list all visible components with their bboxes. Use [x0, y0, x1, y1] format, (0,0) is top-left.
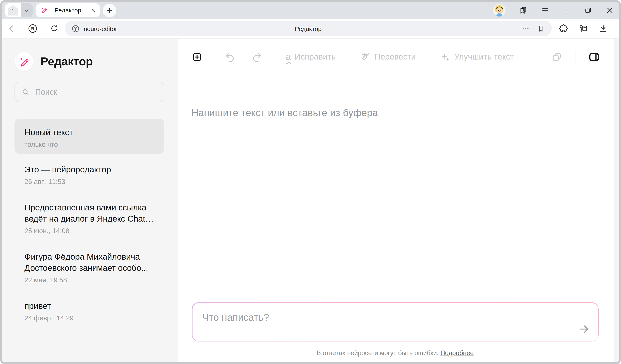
sidebar: Редактор Новый текст только что Это — не… — [2, 39, 178, 362]
window-controls — [493, 4, 614, 16]
restore-icon[interactable] — [584, 6, 592, 15]
spellcheck-icon: а — [286, 52, 291, 62]
document-title: Это — нейроредактор — [24, 164, 155, 175]
send-button[interactable] — [576, 321, 591, 337]
address-bar: Я neuro-editor Редактор — [2, 19, 619, 39]
bookmarks-panel-icon[interactable] — [519, 6, 528, 15]
new-tab-button[interactable] — [103, 3, 116, 17]
fix-text-button[interactable]: а Исправить — [286, 52, 336, 62]
svg-text:Я: Я — [31, 26, 34, 31]
minimize-icon[interactable] — [563, 6, 571, 15]
passwords-key-icon[interactable] — [578, 24, 588, 33]
translate-icon — [360, 51, 371, 63]
editor-placeholder[interactable]: Напишите текст или вставьте из буфера — [191, 107, 378, 119]
reload-icon[interactable] — [50, 24, 59, 33]
side-panel-icon — [588, 51, 600, 63]
tab-close-icon[interactable] — [90, 7, 96, 13]
document-time: 26 авг., 11:53 — [24, 177, 155, 186]
chevron-down-icon — [24, 7, 30, 14]
disclaimer-text: В ответах нейросети могут быть ошибки. — [317, 349, 439, 356]
translate-label: Перевести — [375, 52, 416, 62]
document-time: 22 мая, 19:58 — [24, 276, 155, 285]
document-list-item[interactable]: Это — нейроредактор 26 авг., 11:53 — [15, 164, 164, 186]
prompt-box — [192, 302, 599, 341]
document-list-item[interactable]: Новый текст только что — [15, 119, 164, 154]
tab-count-badge: 1 — [5, 3, 21, 17]
scrollbar-track[interactable] — [614, 39, 619, 362]
avatar[interactable] — [493, 4, 505, 16]
document-time: только что — [24, 140, 155, 149]
browser-window: 1 Редактор — [0, 0, 621, 364]
copy-button[interactable] — [551, 51, 563, 63]
window-close-icon[interactable] — [606, 6, 614, 15]
download-icon[interactable] — [598, 24, 608, 33]
menu-icon[interactable] — [541, 6, 549, 15]
copy-icon — [551, 51, 563, 63]
document-title: Новый текст — [24, 127, 155, 138]
translate-button[interactable]: Перевести — [360, 51, 416, 63]
fix-text-label: Исправить — [295, 52, 336, 62]
sparkles-icon — [440, 51, 450, 62]
search-input[interactable] — [34, 87, 157, 97]
back-icon[interactable] — [7, 24, 16, 33]
plus-icon — [106, 7, 113, 14]
tab-editor[interactable]: Редактор — [36, 3, 100, 17]
app-title: Редактор — [41, 55, 93, 68]
side-panel-toggle[interactable] — [588, 51, 600, 63]
document-title: Предоставленная вами ссылка ведёт на диа… — [24, 202, 155, 224]
document-list-item[interactable]: Предоставленная вами ссылка ведёт на диа… — [15, 202, 164, 235]
toolbar-divider — [575, 51, 575, 63]
document-title: Фигура Фёдора Михайловича Достоевского з… — [24, 251, 155, 273]
improve-text-label: Улучшить текст — [454, 52, 514, 62]
document-list: Новый текст только что Это — нейроредакт… — [15, 119, 164, 322]
document-list-item[interactable]: Фигура Фёдора Михайловича Достоевского з… — [15, 251, 164, 285]
toolbar-divider — [214, 51, 214, 63]
more-info-link[interactable]: Подробнее — [441, 349, 474, 356]
document-time: 25 июн., 14:08 — [24, 226, 155, 235]
improve-text-button[interactable]: Улучшить текст — [440, 51, 514, 62]
editor-area: а Исправить Перевести Улучшить текст — [178, 39, 619, 362]
extensions-puzzle-icon[interactable] — [558, 24, 569, 33]
yandex-home-icon[interactable]: Я — [27, 23, 38, 34]
tab-bar: 1 Редактор — [2, 2, 619, 19]
undo-icon — [224, 51, 236, 63]
redo-button[interactable] — [251, 51, 262, 63]
redo-icon — [251, 51, 262, 63]
search-icon — [21, 88, 30, 96]
send-arrow-icon — [577, 323, 590, 335]
prompt-input[interactable] — [192, 303, 598, 341]
document-list-item[interactable]: привет 24 февр., 14:29 — [15, 300, 164, 322]
new-document-icon — [191, 51, 203, 63]
undo-button[interactable] — [224, 51, 236, 63]
editor-toolbar: а Исправить Перевести Улучшить текст — [178, 39, 619, 75]
app-logo — [15, 52, 34, 71]
magic-pencil-icon — [18, 56, 30, 67]
document-title: привет — [24, 300, 155, 311]
new-document-button[interactable] — [191, 51, 203, 63]
address-field[interactable]: neuro-editor Редактор — [65, 21, 552, 36]
search-box[interactable] — [15, 82, 164, 102]
tab-count: 1 — [11, 8, 15, 14]
tab-counter[interactable]: 1 — [5, 3, 33, 17]
document-time: 24 февр., 14:29 — [24, 314, 155, 322]
page-title: Редактор — [65, 25, 552, 32]
ai-disclaimer: В ответах нейросети могут быть ошибки. П… — [192, 349, 599, 357]
tab-list-dropdown[interactable] — [21, 3, 33, 17]
